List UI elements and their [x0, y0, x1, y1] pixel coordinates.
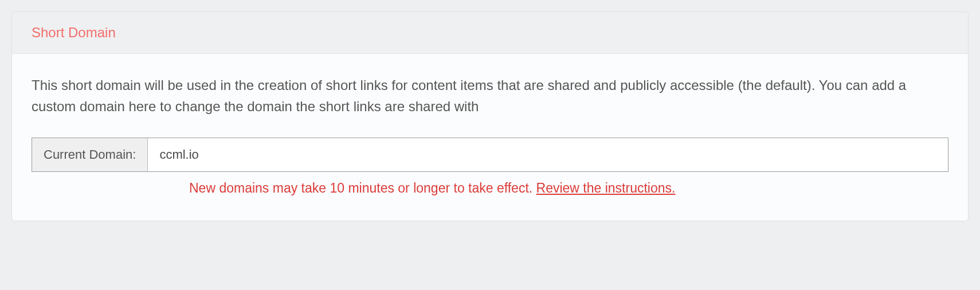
panel-title: Short Domain: [32, 25, 948, 41]
panel-description: This short domain will be used in the cr…: [32, 75, 948, 117]
helper-text-content: New domains may take 10 minutes or longe…: [189, 181, 536, 195]
panel-header: Short Domain: [12, 12, 968, 54]
domain-input-group: Current Domain:: [32, 138, 948, 172]
domain-input-label: Current Domain:: [32, 138, 148, 171]
review-instructions-link[interactable]: Review the instructions.: [536, 181, 676, 195]
helper-row: New domains may take 10 minutes or longe…: [32, 179, 948, 197]
short-domain-panel: Short Domain This short domain will be u…: [11, 11, 969, 221]
panel-body: This short domain will be used in the cr…: [12, 54, 968, 221]
helper-text: New domains may take 10 minutes or longe…: [189, 179, 675, 197]
domain-input[interactable]: [148, 138, 948, 171]
helper-spacer: [32, 179, 189, 197]
